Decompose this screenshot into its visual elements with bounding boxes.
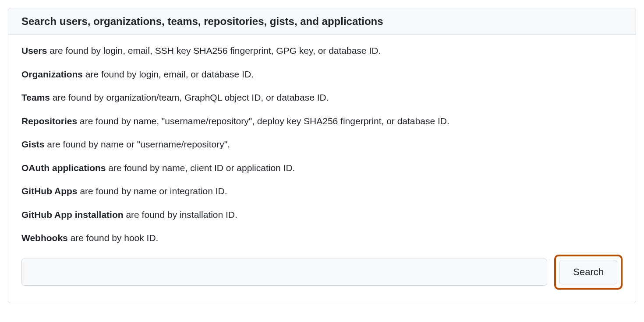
help-label-repositories: Repositories [21, 116, 77, 126]
help-label-users: Users [21, 46, 47, 56]
help-line-github-app-installation: GitHub App installation are found by ins… [21, 208, 623, 222]
help-label-gists: Gists [21, 139, 45, 149]
help-line-github-apps: GitHub Apps are found by name or integra… [21, 184, 623, 198]
help-text-oauth: are found by name, client ID or applicat… [106, 163, 295, 173]
help-text-repositories: are found by name, "username/repository"… [77, 116, 449, 126]
search-row: Search [21, 255, 623, 290]
panel-body: Users are found by login, email, SSH key… [8, 35, 636, 303]
search-panel: Search users, organizations, teams, repo… [8, 8, 636, 303]
help-label-github-apps: GitHub Apps [21, 186, 78, 196]
search-button-highlight: Search [554, 255, 623, 290]
search-input[interactable] [21, 259, 547, 286]
search-button[interactable]: Search [559, 260, 617, 284]
help-line-webhooks: Webhooks are found by hook ID. [21, 231, 623, 245]
help-label-organizations: Organizations [21, 69, 83, 79]
help-label-oauth: OAuth applications [21, 163, 106, 173]
help-line-repositories: Repositories are found by name, "usernam… [21, 114, 623, 128]
panel-header: Search users, organizations, teams, repo… [8, 8, 636, 35]
panel-title: Search users, organizations, teams, repo… [21, 15, 623, 28]
help-line-oauth: OAuth applications are found by name, cl… [21, 161, 623, 175]
help-label-github-app-installation: GitHub App installation [21, 210, 124, 220]
help-line-organizations: Organizations are found by login, email,… [21, 67, 623, 81]
help-text-organizations: are found by login, email, or database I… [83, 69, 254, 79]
help-text-webhooks: are found by hook ID. [68, 233, 159, 243]
help-label-webhooks: Webhooks [21, 233, 68, 243]
help-line-teams: Teams are found by organization/team, Gr… [21, 91, 623, 105]
help-text-teams: are found by organization/team, GraphQL … [50, 92, 329, 102]
help-text-users: are found by login, email, SSH key SHA25… [47, 46, 381, 56]
help-label-teams: Teams [21, 92, 50, 102]
help-text-gists: are found by name or "username/repositor… [45, 139, 230, 149]
help-line-users: Users are found by login, email, SSH key… [21, 44, 623, 58]
help-text-github-apps: are found by name or integration ID. [78, 186, 227, 196]
help-text-github-app-installation: are found by installation ID. [124, 210, 237, 220]
help-line-gists: Gists are found by name or "username/rep… [21, 137, 623, 151]
